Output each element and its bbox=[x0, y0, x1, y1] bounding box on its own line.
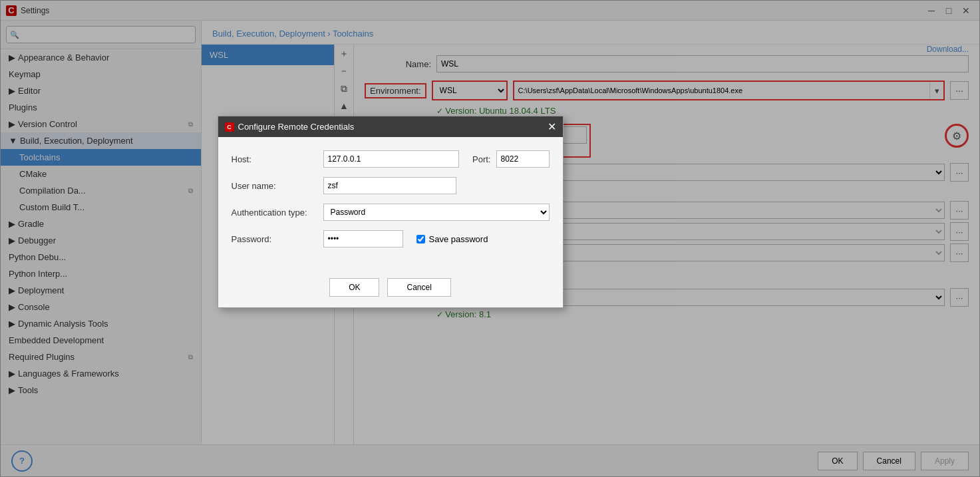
configure-remote-credentials-modal: C Configure Remote Credentials ✕ Host: P… bbox=[218, 116, 564, 308]
modal-password-input[interactable] bbox=[323, 230, 403, 247]
modal-overlay: C Configure Remote Credentials ✕ Host: P… bbox=[0, 0, 980, 477]
modal-close-button[interactable]: ✕ bbox=[548, 120, 556, 133]
modal-auth-select[interactable]: Password Key pair OpenSSH config bbox=[323, 204, 550, 221]
modal-auth-row: Authentication type: Password Key pair O… bbox=[232, 204, 550, 221]
modal-title-text: Configure Remote Credentials bbox=[238, 122, 355, 132]
modal-username-label: User name: bbox=[232, 181, 318, 191]
modal-body: Host: Port: User name: Authentication ty… bbox=[218, 137, 563, 270]
modal-app-icon: C bbox=[225, 122, 234, 132]
modal-port-label: Port: bbox=[472, 154, 490, 164]
modal-host-row: Host: Port: bbox=[232, 150, 550, 168]
modal-host-input[interactable] bbox=[323, 150, 460, 168]
modal-title-bar: C Configure Remote Credentials ✕ bbox=[218, 116, 563, 137]
modal-username-row: User name: bbox=[232, 177, 550, 194]
modal-title-left: C Configure Remote Credentials bbox=[225, 122, 355, 132]
modal-auth-label: Authentication type: bbox=[232, 208, 318, 218]
modal-save-password-label: Save password bbox=[429, 234, 488, 244]
modal-username-input[interactable] bbox=[323, 177, 456, 194]
modal-ok-button[interactable]: OK bbox=[329, 278, 379, 297]
modal-save-password-row: Save password bbox=[416, 234, 550, 244]
modal-host-label: Host: bbox=[232, 154, 318, 164]
modal-footer: OK Cancel bbox=[218, 270, 563, 307]
modal-cancel-button[interactable]: Cancel bbox=[387, 278, 450, 297]
modal-password-label: Password: bbox=[232, 234, 318, 244]
modal-save-password-checkbox[interactable] bbox=[416, 235, 425, 243]
modal-port-input[interactable] bbox=[496, 150, 550, 168]
modal-password-row: Password: Save password bbox=[232, 230, 550, 247]
